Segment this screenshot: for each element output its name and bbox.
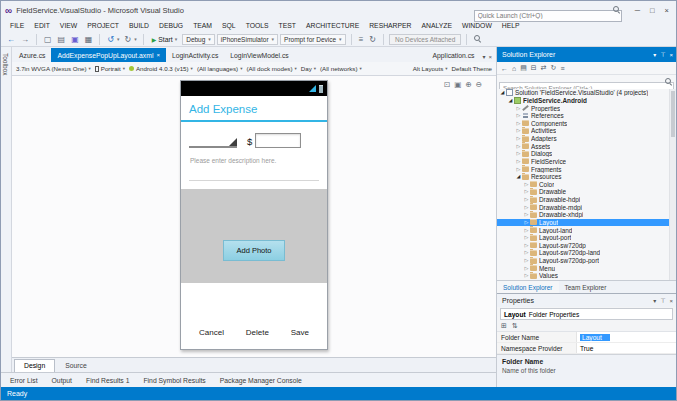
dialog-button[interactable]: Delete (246, 328, 269, 337)
zoom-100-icon[interactable]: ▣ (454, 80, 461, 89)
expander-icon[interactable] (515, 143, 522, 150)
pin-icon[interactable]: ⊤ (660, 297, 665, 304)
menu-item[interactable]: ANALYZE (417, 22, 457, 29)
expander-icon[interactable] (523, 227, 530, 234)
tree-item[interactable]: Components (497, 120, 676, 128)
expander-icon[interactable] (523, 249, 530, 256)
expander-icon[interactable] (515, 158, 522, 165)
expander-icon[interactable] (523, 257, 530, 264)
collapse-all-icon[interactable]: ⊟ (531, 64, 537, 72)
android-screen[interactable]: Add Expense $ Please enter description h… (180, 80, 328, 350)
redo-icon[interactable]: ↻ (122, 33, 133, 46)
view-tab[interactable]: Source (56, 359, 96, 372)
alt-layouts-dropdown[interactable]: Alt Layouts▾ (413, 65, 448, 72)
undo-icon[interactable]: ↺ (105, 33, 116, 46)
menu-item[interactable]: SQL (217, 22, 241, 29)
amount-input[interactable] (255, 133, 301, 148)
save-all-icon[interactable]: ▦ (83, 33, 95, 46)
expander-icon[interactable] (523, 196, 530, 203)
menu-item[interactable]: HELP (497, 22, 525, 29)
property-row[interactable]: Folder Name Layout (497, 332, 676, 343)
view-tab[interactable]: Design (14, 359, 55, 372)
tree-item[interactable]: Values (497, 272, 676, 280)
back-icon[interactable]: ← (501, 65, 508, 72)
zoom-out-icon[interactable]: ⊖ (476, 80, 482, 89)
find-icon[interactable] (472, 33, 483, 46)
solution-explorer-header[interactable]: Solution Explorer ▾ ⊤ × (497, 47, 676, 62)
document-tab[interactable]: LoginViewModel.cs × (224, 48, 294, 62)
dialog-button[interactable]: Save (291, 328, 309, 337)
expander-icon[interactable] (515, 173, 522, 180)
redo-dropdown-icon[interactable]: ▾ (133, 33, 138, 46)
save-icon[interactable]: ▣ (69, 33, 81, 46)
tree-item[interactable]: Layout-sw720dp (497, 242, 676, 250)
home-icon[interactable]: ⌂ (512, 65, 516, 72)
scrollbar-thumb[interactable] (671, 91, 675, 137)
expander-icon[interactable] (515, 150, 522, 157)
navigate-forward-icon[interactable]: → (19, 33, 31, 46)
network-dropdown[interactable]: (All networks)▾ (320, 65, 362, 72)
toolbox-tab[interactable]: Toolbox (2, 53, 9, 75)
menu-item[interactable]: ARCHITECTURE (301, 22, 364, 29)
tree-item[interactable]: FieldService.Android (497, 97, 676, 105)
expander-icon[interactable] (515, 127, 522, 134)
zoom-fit-icon[interactable]: ⊡ (444, 80, 450, 89)
expander-icon[interactable] (523, 234, 530, 241)
tree-item[interactable]: Menu (497, 264, 676, 272)
expander-icon[interactable] (523, 219, 530, 226)
alphabetical-icon[interactable]: ⇅ (512, 322, 518, 330)
tree-item[interactable]: Resources (497, 173, 676, 181)
day-night-dropdown[interactable]: Day▾ (301, 65, 316, 72)
quick-launch-input[interactable] (474, 10, 622, 22)
menu-item[interactable]: PROJECT (82, 22, 124, 29)
expander-icon[interactable] (499, 89, 506, 96)
tree-item[interactable]: Assets (497, 142, 676, 150)
configuration-dropdown[interactable]: Debug▾ (182, 34, 215, 45)
scrollbar[interactable] (669, 89, 676, 280)
menu-item[interactable]: BUILD (124, 22, 154, 29)
chevron-down-icon[interactable]: ▾ (482, 53, 485, 60)
menu-item[interactable]: FILE (5, 22, 29, 29)
refresh-icon[interactable]: ↻ (367, 33, 378, 46)
expander-icon[interactable] (515, 120, 522, 127)
menu-item[interactable]: TOOLS (241, 22, 274, 29)
tree-item[interactable]: Layout (497, 219, 676, 227)
start-debug-button[interactable]: ▶ Start ▾ (149, 36, 181, 43)
menu-item[interactable]: WINDOW (457, 22, 497, 29)
panel-tab[interactable]: Find Symbol Results (136, 377, 212, 384)
tree-item[interactable]: Drawable-mdpi (497, 203, 676, 211)
expander-icon[interactable] (507, 97, 514, 104)
expander-icon[interactable] (523, 204, 530, 211)
tree-item[interactable]: Layout-sw720dp-port (497, 257, 676, 265)
tree-item[interactable]: FieldService (497, 158, 676, 166)
expander-icon[interactable] (515, 135, 522, 142)
tree-item[interactable]: Layout-sw720dp-land (497, 249, 676, 257)
property-value[interactable]: Layout (577, 334, 676, 341)
pin-icon[interactable]: ⊤ (660, 51, 665, 58)
sync-icon[interactable]: ⇄ (541, 64, 547, 72)
orientation-dropdown[interactable]: Portrait▾ (95, 65, 125, 72)
tree-item[interactable]: Properties (497, 104, 676, 112)
new-file-icon[interactable]: ▢ (42, 33, 54, 46)
panel-tab[interactable]: Output (45, 377, 79, 384)
dialog-button[interactable]: Cancel (199, 328, 224, 337)
category-spinner[interactable] (189, 132, 237, 148)
panel-tab[interactable]: Team Explorer (559, 281, 613, 293)
tree-item[interactable]: Drawable-xhdpi (497, 211, 676, 219)
tree-item[interactable]: Layout-land (497, 226, 676, 234)
panel-tab[interactable]: Solution Explorer (497, 281, 559, 293)
tree-item[interactable]: Drawable (497, 188, 676, 196)
panel-tab[interactable]: Error List (3, 377, 45, 384)
tree-item[interactable]: Fragments (497, 165, 676, 173)
refresh-icon[interactable]: ↻ (551, 64, 557, 72)
expander-icon[interactable] (523, 242, 530, 249)
document-tab[interactable]: Application.cs × (427, 48, 481, 62)
expander-icon[interactable] (523, 181, 530, 188)
properties-object-dropdown[interactable]: Layout Folder Properties (500, 308, 673, 320)
property-row[interactable]: Namespace Provider True (497, 343, 676, 354)
expander-icon[interactable] (523, 188, 530, 195)
chevron-down-icon[interactable]: ▾ (653, 297, 656, 304)
close-icon[interactable]: × (669, 52, 673, 58)
close-icon[interactable]: × (669, 298, 673, 304)
properties-icon[interactable]: ≡ (560, 65, 564, 72)
